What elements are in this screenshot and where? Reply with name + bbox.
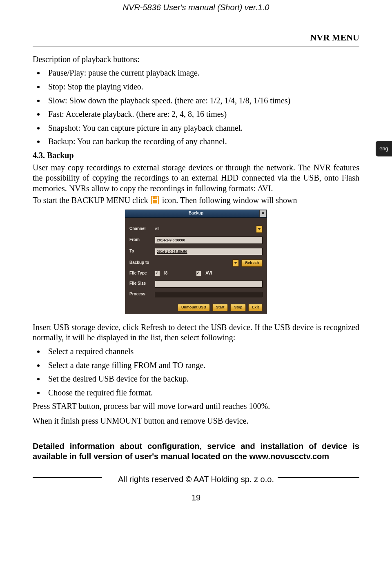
- backup-to-dropdown[interactable]: [155, 260, 239, 266]
- chevron-down-icon[interactable]: [256, 225, 263, 233]
- label-backup-to: Backup to: [129, 260, 155, 266]
- list-item: Snapshot: You can capture picture in any…: [45, 123, 359, 134]
- list-item: Select a required channels: [45, 346, 359, 357]
- chevron-down-icon[interactable]: [232, 259, 239, 267]
- to-input[interactable]: 2014-1-9 23:59:59: [155, 248, 263, 255]
- list-item: Set the desired USB device for the backu…: [45, 374, 359, 384]
- channel-dropdown[interactable]: All: [155, 226, 263, 232]
- list-item: Stop: Stop the playing video.: [45, 82, 359, 92]
- exit-button[interactable]: Exit: [248, 304, 263, 311]
- horizontal-rule: [33, 46, 359, 47]
- list-item: Slow: Slow down the playback speed. (the…: [45, 96, 359, 106]
- start-paragraph: Press START button, process bar will mov…: [33, 401, 359, 412]
- label-file-size: File Size: [129, 281, 155, 286]
- checkbox-avi[interactable]: [196, 271, 201, 276]
- dialog-body: Channel All From 2014-1-9 0:00:00 To 201…: [125, 218, 267, 314]
- footer-rights: All rights reserved © AAT Holding sp. z …: [33, 474, 359, 485]
- backup-paragraph: User may copy recordings to external sto…: [33, 163, 359, 194]
- list-item: Choose the required file format.: [45, 388, 359, 398]
- label-from: From: [129, 237, 155, 243]
- start-button[interactable]: Start: [212, 304, 228, 311]
- label-process: Process: [129, 292, 155, 297]
- usb-paragraph: Insert USB storage device, click Refresh…: [33, 322, 359, 343]
- close-icon[interactable]: ✕: [259, 210, 267, 217]
- page-number: 19: [33, 493, 359, 503]
- svg-rect-4: [153, 200, 157, 203]
- label-file-type: File Type: [129, 271, 155, 276]
- subhead-number: 4.3.: [33, 151, 45, 160]
- dialog-titlebar: Backup ✕: [125, 210, 267, 218]
- label-channel: Channel: [129, 226, 155, 232]
- icon-line-pre: To start the BACKUP MENU click: [33, 196, 148, 205]
- list-item: Backup: You can backup the recording of …: [45, 136, 359, 147]
- refresh-button[interactable]: Refresh: [241, 259, 263, 267]
- subheading: 4.3. Backup: [33, 150, 359, 161]
- stop-button[interactable]: Stop: [230, 304, 246, 311]
- doc-header: NVR-5836 User's manual (Short) ver.1.0: [33, 0, 359, 13]
- filetype-i8-label: I8: [164, 271, 167, 276]
- list-item: Fast: Accelerate playback. (there are: 2…: [45, 109, 359, 120]
- channel-value: All: [155, 227, 160, 232]
- icon-line-post: icon. Then following window will shown: [162, 196, 297, 205]
- unmount-paragraph: When it finish press UNMOUNT button and …: [33, 416, 359, 426]
- icon-instruction-line: To start the BACKUP MENU click icon. The…: [33, 195, 359, 207]
- filetype-avi-label: AVI: [205, 271, 212, 276]
- notice-text: Detailed information about configuration…: [33, 441, 359, 462]
- steps-list: Select a required channels Select a date…: [33, 346, 359, 398]
- backup-dialog: Backup ✕ Channel All From 2014-1-9 0:00:…: [125, 210, 267, 314]
- file-size-display: [155, 280, 263, 288]
- subhead-text: Backup: [47, 151, 74, 160]
- playback-buttons-list: Pause/Play: pause the current playback i…: [33, 68, 359, 147]
- floppy-disk-icon: [151, 196, 159, 207]
- intro-line: Description of playback buttons:: [33, 54, 359, 65]
- section-title: NVR MENU: [33, 32, 359, 43]
- svg-rect-2: [153, 196, 157, 199]
- from-input[interactable]: 2014-1-9 0:00:00: [155, 237, 263, 244]
- list-item: Select a date range filling FROM and TO …: [45, 360, 359, 371]
- label-to: To: [129, 249, 155, 254]
- unmount-usb-button[interactable]: Unmount USB: [178, 304, 210, 311]
- progress-bar: [155, 292, 263, 297]
- list-item: Pause/Play: pause the current playback i…: [45, 68, 359, 78]
- language-tab[interactable]: eng: [376, 141, 392, 156]
- dialog-title: Backup: [189, 211, 203, 216]
- checkbox-i8[interactable]: [155, 271, 160, 276]
- svg-rect-3: [156, 197, 156, 199]
